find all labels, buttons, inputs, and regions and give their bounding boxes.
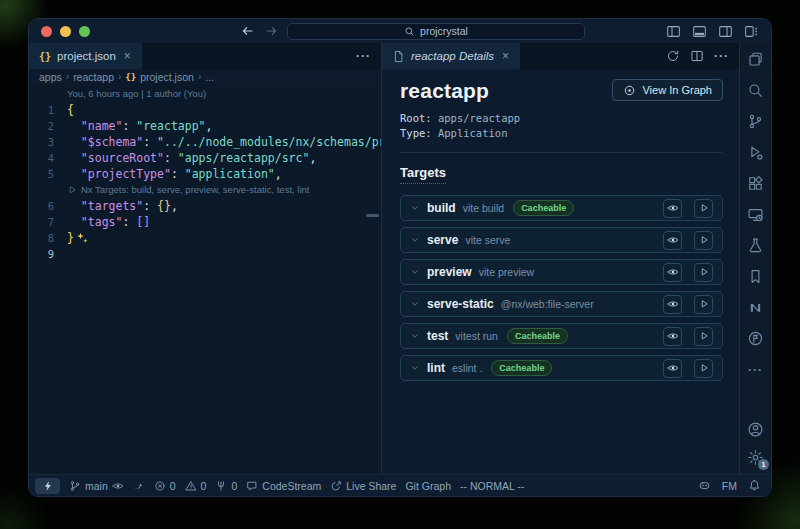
minimize-window-button[interactable]: [60, 26, 71, 37]
activity-testing[interactable]: [747, 237, 764, 254]
code-line[interactable]: 2 "name": "reactapp",: [29, 118, 381, 134]
activity-git-graph[interactable]: [747, 330, 764, 347]
activity-remote-explorer[interactable]: [747, 206, 764, 223]
target-run-button[interactable]: [694, 199, 713, 218]
layout-sidebar-right-icon[interactable]: [718, 24, 733, 39]
target-eye-button[interactable]: [663, 199, 682, 218]
code-line[interactable]: 6 "targets": {},: [29, 198, 381, 214]
status-normal[interactable]: -- NORMAL --: [460, 480, 524, 492]
status-remote-bolt[interactable]: [35, 478, 60, 494]
view-in-graph-button[interactable]: View In Graph: [612, 79, 723, 101]
breadcrumb-item[interactable]: project.json: [140, 71, 194, 83]
activity-nx-console[interactable]: [747, 299, 764, 316]
target-eye-button[interactable]: [663, 231, 682, 250]
status-bell[interactable]: [748, 479, 761, 492]
chevron-down-icon: [410, 299, 420, 309]
status-label: -- NORMAL --: [460, 480, 524, 492]
target-run-button[interactable]: [694, 231, 713, 250]
codelens-line[interactable]: You, 6 hours ago | 1 author (You): [29, 86, 381, 102]
code-line[interactable]: 3 "$schema": "../../node_modules/nx/sche…: [29, 134, 381, 150]
files-icon: [747, 51, 764, 68]
scrollbar-handle[interactable]: [366, 214, 379, 217]
forward-icon[interactable]: [264, 24, 278, 38]
more-actions-icon[interactable]: ···: [356, 49, 371, 63]
back-icon[interactable]: [241, 24, 255, 38]
status-label: Live Share: [346, 480, 396, 492]
status-copilot[interactable]: [698, 479, 711, 492]
breadcrumb-item[interactable]: ...: [205, 71, 214, 83]
command-center-search[interactable]: projcrystal: [287, 23, 585, 40]
close-window-button[interactable]: [41, 26, 52, 37]
close-tab-icon[interactable]: ×: [124, 49, 131, 63]
status-main[interactable]: main: [69, 480, 124, 492]
status-bird[interactable]: [133, 480, 145, 492]
activity-run-debug[interactable]: [747, 144, 764, 161]
tab-project-json[interactable]: {} project.json ×: [29, 43, 142, 69]
target-row-preview[interactable]: previewvite preview: [400, 259, 723, 285]
target-command: @nx/web:file-server: [501, 298, 594, 310]
target-eye-button[interactable]: [663, 327, 682, 346]
layout-sidebar-left-icon[interactable]: [666, 24, 681, 39]
codelens-line[interactable]: Nx Targets: build, serve, preview, serve…: [29, 182, 381, 198]
copilot-icon: [698, 479, 711, 492]
code-line[interactable]: 4 "sourceRoot": "apps/reactapp/src",: [29, 150, 381, 166]
target-eye-button[interactable]: [663, 295, 682, 314]
activity-bookmarks[interactable]: [747, 268, 764, 285]
traffic-lights: [41, 26, 90, 37]
code-editor[interactable]: You, 6 hours ago | 1 author (You)1{2 "na…: [29, 84, 381, 474]
breadcrumb-item[interactable]: apps: [39, 71, 62, 83]
activity-more[interactable]: ···: [747, 361, 764, 378]
target-eye-button[interactable]: [663, 263, 682, 282]
status-0[interactable]: 0: [185, 480, 207, 492]
code-token: ,: [206, 118, 213, 134]
target-row-serve-static[interactable]: serve-static@nx/web:file-server: [400, 291, 723, 317]
sparkle-icon: [76, 232, 89, 245]
chevron-down-icon: [410, 331, 420, 341]
status-live-share[interactable]: Live Share: [330, 480, 396, 492]
target-row-serve[interactable]: servevite serve: [400, 227, 723, 253]
status-0[interactable]: 0: [215, 480, 237, 492]
close-tab-icon[interactable]: ×: [502, 49, 509, 63]
split-editor-icon[interactable]: [690, 49, 704, 63]
eye-icon: [667, 362, 679, 374]
target-row-lint[interactable]: linteslint .Cacheable: [400, 355, 723, 381]
activity-bar: ··· 1: [739, 43, 771, 474]
code-line[interactable]: 1{: [29, 102, 381, 118]
activity-account[interactable]: [747, 421, 764, 438]
target-run-button[interactable]: [694, 263, 713, 282]
tab-reactapp-details[interactable]: reactapp Details ×: [382, 43, 520, 69]
status-fm[interactable]: FM: [722, 480, 737, 492]
target-run-button[interactable]: [694, 295, 713, 314]
title-bar[interactable]: projcrystal: [29, 19, 771, 43]
extensions-icon: [747, 175, 764, 192]
chevron-down-icon: [410, 235, 420, 245]
target-run-button[interactable]: [694, 327, 713, 346]
activity-source-control[interactable]: [747, 113, 764, 130]
breadcrumb[interactable]: apps›reactapp›{}project.json›...: [29, 69, 381, 84]
target-command: vite build: [463, 202, 504, 214]
code-line[interactable]: 7 "tags": []: [29, 214, 381, 230]
refresh-icon[interactable]: [666, 49, 680, 63]
breadcrumb-item[interactable]: reactapp: [73, 71, 114, 83]
activity-files[interactable]: [747, 51, 764, 68]
target-eye-button[interactable]: [663, 359, 682, 378]
code-line[interactable]: 9: [29, 246, 381, 262]
status-git-graph[interactable]: Git Graph: [405, 480, 451, 492]
more-actions-icon[interactable]: ···: [714, 49, 729, 63]
target-row-test[interactable]: testvitest runCacheable: [400, 323, 723, 349]
cacheable-badge: Cacheable: [507, 328, 568, 344]
codelens-text: You, 6 hours ago | 1 author (You): [67, 86, 206, 102]
code-line[interactable]: 8}: [29, 230, 381, 246]
layout-panel-icon[interactable]: [692, 24, 707, 39]
target-run-button[interactable]: [694, 359, 713, 378]
activity-extensions[interactable]: [747, 175, 764, 192]
code-line[interactable]: 5 "projectType": "application",: [29, 166, 381, 182]
status-codestream[interactable]: CodeStream: [246, 480, 321, 492]
target-row-build[interactable]: buildvite buildCacheable: [400, 195, 723, 221]
activity-search[interactable]: [747, 82, 764, 99]
customize-layout-icon[interactable]: [744, 24, 759, 39]
activity-settings-gear[interactable]: 1: [747, 449, 764, 466]
zoom-window-button[interactable]: [79, 26, 90, 37]
status-0[interactable]: 0: [154, 480, 176, 492]
code-token: ,: [275, 166, 282, 182]
